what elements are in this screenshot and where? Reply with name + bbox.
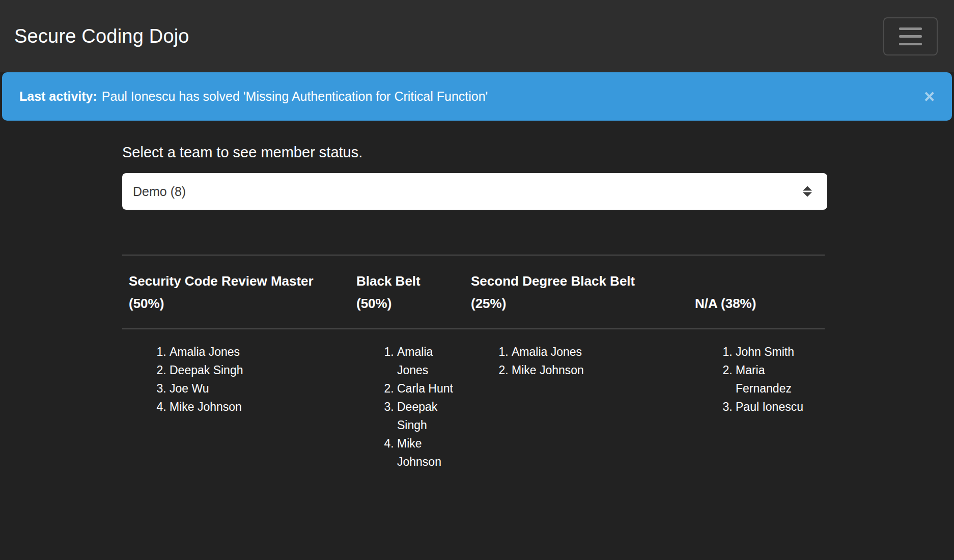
member-list-item: Mike Johnson [512,361,682,379]
column-members-cell: Amalia JonesCarla HuntDeepak SinghMike J… [350,329,464,491]
member-list-item: Maria Fernandez [736,361,818,398]
team-status-section: Select a team to see member status. Demo… [122,121,827,491]
team-select[interactable]: Demo (8) [122,173,827,210]
alert-message: Paul Ionescu has solved 'Missing Authent… [102,89,488,104]
member-list: Amalia JonesCarla HuntDeepak SinghMike J… [356,343,458,471]
member-list-item: Amalia Jones [512,343,682,361]
member-list-item: John Smith [736,343,818,361]
member-list-item: Carla Hunt [397,379,458,398]
column-header: N/A (38%) [688,255,825,329]
member-list-item: Amalia Jones [170,343,343,361]
activity-alert: Last activity: Paul Ionescu has solved '… [2,72,952,121]
member-list: John SmithMaria FernandezPaul Ionescu [695,343,818,416]
member-list-item: Paul Ionescu [736,398,818,416]
team-select-label: Select a team to see member status. [122,144,827,160]
column-members-cell: John SmithMaria FernandezPaul Ionescu [688,329,825,491]
member-list-item: Deepak Singh [397,398,458,434]
member-list: Amalia JonesDeepak SinghJoe WuMike Johns… [129,343,343,416]
alert-label: Last activity: [19,89,97,104]
hamburger-bar [899,35,922,38]
main-content: Select a team to see member status. Demo… [0,121,954,491]
member-list-item: Amalia Jones [397,343,458,379]
column-members-cell: Amalia JonesMike Johnson [464,329,688,491]
team-select-wrap: Demo (8) [122,173,827,210]
app-title: Secure Coding Dojo [14,25,189,47]
members-row: Amalia JonesDeepak SinghJoe WuMike Johns… [122,329,825,491]
member-list-item: Joe Wu [170,379,343,398]
column-members-cell: Amalia JonesDeepak SinghJoe WuMike Johns… [122,329,350,491]
column-header: Second Degree Black Belt (25%) [464,255,688,329]
column-header: Security Code Review Master (50%) [122,255,350,329]
team-status-table: Security Code Review Master (50%)Black B… [122,255,825,491]
close-icon[interactable]: × [924,88,935,106]
member-list-item: Mike Johnson [397,434,458,471]
column-header: Black Belt (50%) [350,255,464,329]
app-header: Secure Coding Dojo [0,0,954,72]
menu-button[interactable] [883,17,938,55]
member-list-item: Deepak Singh [170,361,343,379]
member-list-item: Mike Johnson [170,398,343,416]
header-row: Security Code Review Master (50%)Black B… [122,255,825,329]
member-list: Amalia JonesMike Johnson [471,343,682,379]
hamburger-bar [899,43,922,45]
hamburger-icon [899,27,922,30]
